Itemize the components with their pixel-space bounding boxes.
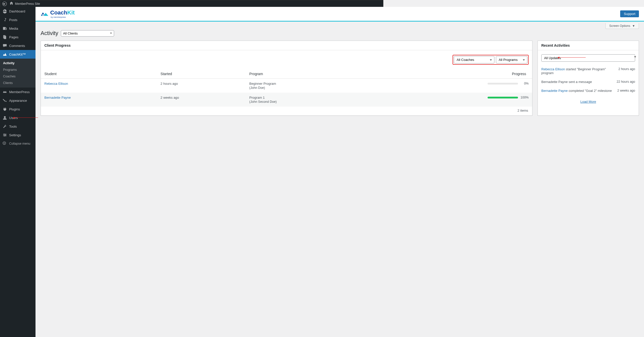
client-progress-table: Student Started Program Progress Rebecca… [41, 69, 383, 107]
left-panel-title: Client Progress [41, 41, 383, 50]
media-icon [3, 26, 7, 31]
arrow-annotation [14, 117, 38, 118]
sidebar-item-plugins[interactable]: Plugins [0, 105, 35, 113]
collapse-menu-button[interactable]: Collapse menu [0, 139, 35, 148]
sidebar-label: Dashboard [9, 9, 25, 13]
page-title-row: Activity All Clients [35, 29, 383, 41]
th-program[interactable]: Program [246, 69, 365, 79]
collapse-icon [3, 141, 7, 146]
th-progress[interactable]: Progress [365, 69, 383, 79]
svg-rect-9 [5, 134, 6, 136]
user-icon [3, 115, 7, 120]
svg-point-4 [4, 116, 6, 118]
svg-text:m: m [43, 14, 44, 16]
submenu-programs[interactable]: Programs [0, 66, 35, 73]
program-cell: Beginner Program (John Doe) [246, 79, 365, 93]
table-row: Bernadette Payne 2 weeks ago Program 1 (… [41, 93, 383, 107]
coachkit-icon [3, 52, 7, 57]
sidebar-item-coachkit[interactable]: CoachKit™ [0, 50, 35, 59]
sidebar-label: Plugins [9, 107, 20, 111]
tools-icon [3, 124, 7, 129]
home-icon[interactable] [9, 1, 13, 6]
submenu-coaches[interactable]: Coaches [0, 73, 35, 80]
progress-cell: 100% [369, 96, 383, 99]
student-link[interactable]: Bernadette Payne [44, 96, 71, 99]
sidebar-item-pages[interactable]: Pages [0, 33, 35, 41]
coachkit-logo: m CoachKit by memberpress [41, 9, 75, 18]
sidebar-label: Comments [9, 44, 25, 48]
sidebar-label: CoachKit™ [9, 53, 26, 56]
sidebar-item-users[interactable]: Users [0, 113, 35, 122]
main-content: m CoachKit by memberpress Support Screen… [35, 7, 383, 201]
svg-rect-3 [4, 36, 6, 39]
sidebar-item-settings[interactable]: Settings [0, 131, 35, 139]
admin-sidebar: Dashboard Posts Media Pages Comments Coa… [0, 7, 35, 201]
plugin-icon [3, 107, 7, 111]
started-cell: 2 hours ago [157, 79, 246, 93]
sidebar-label: Posts [9, 18, 17, 22]
progress-cell: 0% [369, 82, 383, 85]
sidebar-item-media[interactable]: Media [0, 24, 35, 33]
items-count: 2 items [41, 107, 383, 115]
site-name-link[interactable]: MemberPress Site [15, 2, 40, 6]
svg-rect-8 [4, 134, 4, 135]
logo-subtext: by memberpress [51, 16, 75, 18]
sidebar-label: Pages [9, 35, 19, 39]
svg-point-1 [5, 28, 6, 30]
admin-bar: MemberPress Site [0, 0, 383, 7]
program-cell: Program 1 (John Second Doe) [246, 93, 365, 107]
filters-row: All Coaches All Programs [41, 50, 383, 69]
wordpress-logo-icon[interactable] [2, 2, 7, 6]
settings-icon [3, 133, 7, 137]
logo-text: CoachKit [50, 9, 75, 16]
dashboard-icon [3, 9, 7, 13]
submenu-clients[interactable]: Clients [0, 80, 35, 86]
svg-rect-10 [4, 136, 5, 137]
client-progress-panel: Client Progress All Coaches All Programs [41, 41, 383, 116]
header-bar: m CoachKit by memberpress Support [35, 7, 383, 22]
sidebar-label: Settings [9, 133, 21, 137]
sidebar-item-comments[interactable]: Comments [0, 41, 35, 50]
sidebar-item-dashboard[interactable]: Dashboard [0, 7, 35, 15]
sidebar-label: MemberPress [9, 90, 30, 94]
svg-rect-5 [3, 134, 7, 134]
coachkit-submenu: Activity Programs Coaches Clients [0, 59, 35, 88]
logo-icon: m [41, 11, 49, 17]
sidebar-item-memberpress[interactable]: MemberPress [0, 88, 35, 96]
sidebar-label: Appearance [9, 99, 27, 103]
th-student[interactable]: Student [41, 69, 157, 79]
table-row: Rebecca Ellison 2 hours ago Beginner Pro… [41, 79, 383, 93]
collapse-label: Collapse menu [9, 142, 30, 145]
comment-icon [3, 43, 7, 48]
th-started[interactable]: Started [157, 69, 246, 79]
sidebar-item-tools[interactable]: Tools [0, 122, 35, 131]
sidebar-label: Tools [9, 125, 17, 128]
submenu-activity[interactable]: Activity [0, 60, 35, 66]
svg-rect-6 [3, 135, 7, 135]
started-cell: 2 weeks ago [157, 93, 246, 107]
clients-dropdown[interactable]: All Clients [61, 30, 114, 37]
sidebar-label: Media [9, 27, 18, 30]
page-icon [3, 35, 7, 39]
sidebar-item-posts[interactable]: Posts [0, 15, 35, 24]
memberpress-icon [3, 90, 7, 94]
appearance-icon [3, 98, 7, 103]
pin-icon [3, 18, 7, 22]
page-title: Activity [41, 30, 58, 37]
sidebar-item-appearance[interactable]: Appearance [0, 96, 35, 105]
student-link[interactable]: Rebecca Ellison [44, 82, 68, 86]
svg-point-11 [3, 142, 6, 144]
